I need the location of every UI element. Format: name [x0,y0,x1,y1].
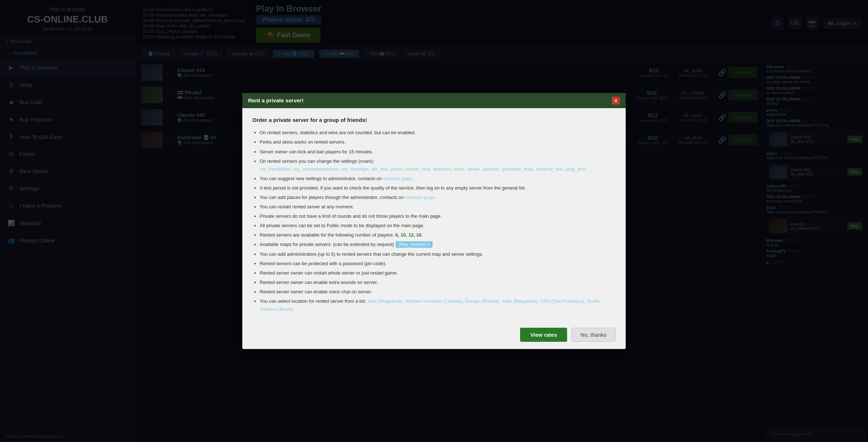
modal-heading: Order a private server for a group of fr… [252,115,616,125]
list-item: You can restart rented server at any mom… [260,203,616,211]
list-item: Perks and skins works on rented servers. [260,138,616,146]
contacts-link-1[interactable]: contacts page [383,176,412,181]
list-item: On rented servers you can change the set… [260,157,616,173]
list-item: Private servers do not have a limit of r… [260,212,616,220]
list-item: Rented servers can be protected with a p… [260,260,616,268]
list-item: All private servers can be set to Public… [260,222,616,230]
rent-server-modal: Rent a private server! ✕ Order a private… [242,93,626,349]
list-item: Rented server owner can enable extra sou… [260,279,616,286]
list-item: Rented servers are available for the fol… [260,231,616,239]
modal-overlay: Rent a private server! ✕ Order a private… [0,0,868,442]
player-counts: 6, 10, 12, 16 [395,232,421,238]
list-item: You can add places for players through t… [260,194,616,201]
map-dropdown[interactable]: 35hp_frosted2 ▾ [396,241,433,248]
list-item: Available maps for private servers: (can… [260,241,616,248]
list-item: Server owner can kick and ban players fo… [260,148,616,156]
cvars-list: mp_friendlyfire, mp_autoteambalance, mp_… [260,166,587,172]
modal-footer: View rates No, thanks [242,322,626,349]
view-rates-button[interactable]: View rates [520,328,567,342]
list-item: You can select location for rented serve… [260,297,616,313]
modal-points-list: On rented servers, statistics and wins a… [260,129,616,313]
list-item: You can suggest new settings to administ… [260,175,616,183]
list-item: Rented server owner can enable voice cha… [260,288,616,296]
list-item: A test period is not provided, if you wa… [260,184,616,192]
modal-header: Rent a private server! ✕ [242,93,626,108]
location-list: Asia (Singapore), Northern America (Cana… [260,298,599,312]
list-item: You can add administrators (up to 5) to … [260,250,616,258]
no-thanks-button[interactable]: No, thanks [571,328,616,342]
modal-title: Rent a private server! [248,97,303,103]
list-item: On rented servers, statistics and wins a… [260,129,616,137]
contacts-link-2[interactable]: contacts page [405,195,434,200]
list-item: Rented server owner can restart whole se… [260,269,616,277]
modal-body: Order a private server for a group of fr… [242,108,626,322]
modal-close-button[interactable]: ✕ [612,97,620,105]
